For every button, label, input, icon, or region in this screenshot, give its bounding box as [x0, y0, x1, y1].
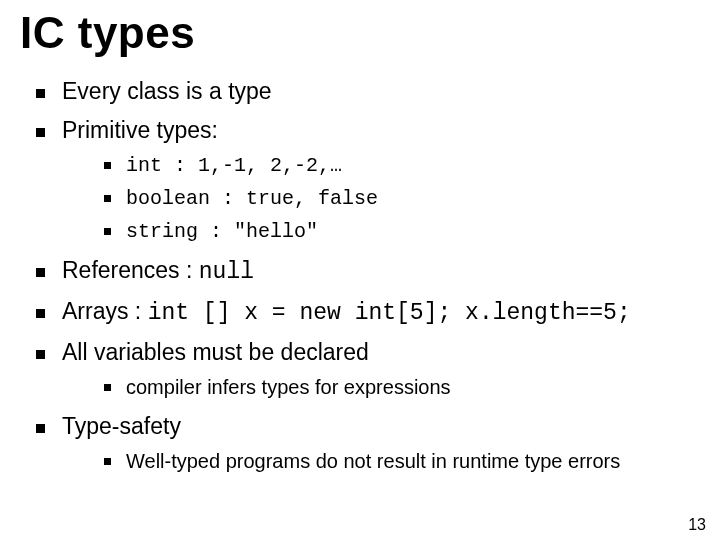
- bullet-primitive-types: Primitive types: int : 1,-1, 2,-2,… bool…: [36, 115, 700, 245]
- bullet-list: Every class is a type Primitive types: i…: [26, 76, 700, 475]
- bullet-primitive-types-label: Primitive types:: [62, 117, 218, 143]
- sub-list-compiler: compiler infers types for expressions: [78, 374, 700, 401]
- page-number: 13: [688, 516, 706, 534]
- bullet-all-vars: All variables must be declared compiler …: [36, 337, 700, 401]
- slide-title: IC types: [20, 8, 700, 58]
- bullet-every-class: Every class is a type: [36, 76, 700, 107]
- bullet-all-vars-label: All variables must be declared: [62, 339, 369, 365]
- bullet-type-safety: Type-safety Well-typed programs do not r…: [36, 411, 700, 475]
- sub-list-well-typed: Well-typed programs do not result in run…: [78, 448, 700, 475]
- bullet-arrays: Arrays : int [] x = new int[5]; x.length…: [36, 296, 700, 329]
- sub-string: string : "hello": [104, 218, 700, 245]
- bullet-references: References : null: [36, 255, 700, 288]
- bullet-arrays-code: int [] x = new int[5]; x.length==5;: [148, 300, 631, 326]
- sub-list-primitives: int : 1,-1, 2,-2,… boolean : true, false…: [78, 152, 700, 245]
- bullet-references-label: References :: [62, 257, 199, 283]
- sub-well-typed: Well-typed programs do not result in run…: [104, 448, 700, 475]
- bullet-references-code: null: [199, 259, 254, 285]
- bullet-type-safety-label: Type-safety: [62, 413, 181, 439]
- sub-boolean: boolean : true, false: [104, 185, 700, 212]
- slide: IC types Every class is a type Primitive…: [0, 0, 720, 540]
- bullet-arrays-label: Arrays :: [62, 298, 148, 324]
- sub-int: int : 1,-1, 2,-2,…: [104, 152, 700, 179]
- sub-compiler-infers: compiler infers types for expressions: [104, 374, 700, 401]
